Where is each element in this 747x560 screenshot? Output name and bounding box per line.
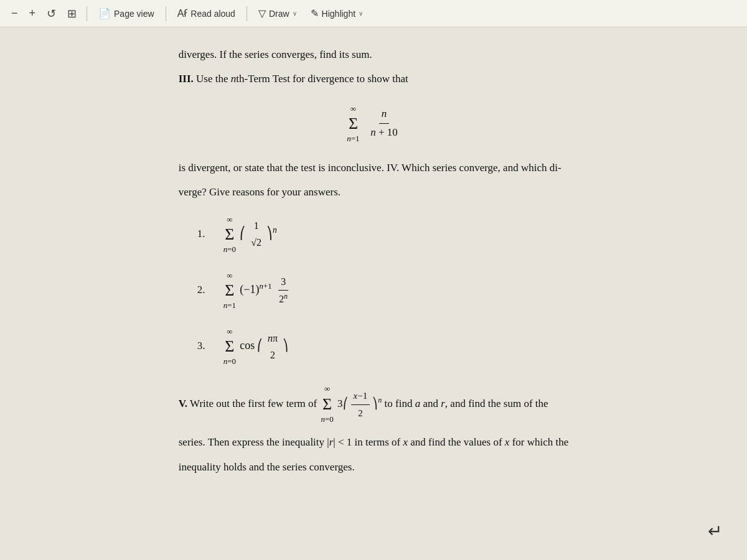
- sigma-top: ∞: [350, 102, 356, 116]
- fit-button[interactable]: ⊞: [63, 4, 80, 23]
- fraction: n n + 10: [368, 105, 400, 142]
- sigma-formula: ∞ Σ n=1 n n + 10: [179, 102, 569, 146]
- section-v: V. Write out the first few term of ∞ Σ n…: [179, 382, 569, 476]
- problem-num-1: 1.: [197, 225, 216, 243]
- page-content: diverges. If the series converges, find …: [179, 46, 569, 541]
- toolbar: − + ↺ ⊞ 📄 Page view Aẜ Read aloud ▽ Draw…: [0, 0, 747, 27]
- list-item: 2. ∞ Σ n=1 (−1)n+1 3 2n: [197, 269, 569, 312]
- line-verge: verge? Give reasons for your answers.: [179, 184, 569, 202]
- page-view-icon: 📄: [98, 7, 111, 19]
- highlight-button[interactable]: ✎ Highlight ∨: [306, 5, 368, 22]
- problem-1-math: ∞ Σ n=0 ⎛ 1 √2 ⎞n: [221, 213, 277, 256]
- line-diverges: diverges. If the series converges, find …: [179, 46, 569, 64]
- page-view-button[interactable]: 📄 Page view: [93, 5, 159, 22]
- content-area: diverges. If the series converges, find …: [0, 27, 747, 560]
- rotate-button[interactable]: ↺: [43, 4, 60, 23]
- draw-chevron: ∨: [293, 10, 297, 17]
- read-aloud-label: Read aloud: [190, 9, 235, 19]
- section-v-line2: series. Then express the inequality |r| …: [179, 433, 569, 452]
- list-item: 1. ∞ Σ n=0 ⎛ 1 √2 ⎞n: [197, 213, 569, 256]
- draw-label: Draw: [269, 9, 289, 19]
- zoom-plus-button[interactable]: +: [26, 4, 40, 22]
- read-aloud-icon: Aẜ: [177, 7, 188, 19]
- highlight-chevron: ∨: [359, 10, 363, 17]
- section-iii-label: III.: [179, 73, 194, 85]
- draw-button[interactable]: ▽ Draw ∨: [253, 5, 302, 22]
- sigma-bot: n=1: [347, 132, 359, 146]
- fraction-numerator: n: [379, 105, 390, 124]
- problem-3-math: ∞ Σ n=0 cos ⎛ nπ 2 ⎞: [221, 325, 288, 368]
- separator-3: [247, 6, 247, 21]
- line-divergent: is divergent, or state that the test is …: [179, 159, 569, 177]
- draw-icon: ▽: [258, 7, 266, 19]
- sigma-sym: Σ: [349, 116, 358, 132]
- fraction-denominator: n + 10: [368, 124, 400, 142]
- section-v-line3: inequality holds and the series converge…: [179, 458, 569, 477]
- p1-sigma: ∞ Σ n=0: [223, 213, 236, 256]
- list-item: 3. ∞ Σ n=0 cos ⎛ nπ 2 ⎞: [197, 325, 569, 368]
- highlight-icon: ✎: [311, 7, 319, 19]
- zoom-minus-button[interactable]: −: [7, 4, 22, 22]
- problem-num-3: 3.: [197, 337, 216, 355]
- sigma-symbol-block: ∞ Σ n=1: [347, 102, 359, 146]
- page-view-label: Page view: [114, 9, 154, 19]
- section-v-label: V.: [179, 398, 187, 409]
- separator-2: [166, 6, 166, 21]
- problem-list: 1. ∞ Σ n=0 ⎛ 1 √2 ⎞n: [197, 213, 569, 369]
- p3-sigma: ∞ Σ n=0: [223, 325, 236, 368]
- sigma-v-block: ∞ Σ n=0 3⎛ x−1 2 ⎞n: [319, 398, 384, 409]
- line-iii: III. Use the nth-Term Test for divergenc…: [179, 70, 569, 88]
- p2-sigma: ∞ Σ n=1: [223, 269, 236, 312]
- read-aloud-button[interactable]: Aẜ Read aloud: [172, 5, 240, 22]
- problem-num-2: 2.: [197, 281, 216, 299]
- separator-1: [87, 6, 87, 21]
- section-v-line1: V. Write out the first few term of ∞ Σ n…: [179, 382, 569, 427]
- problem-2-math: ∞ Σ n=1 (−1)n+1 3 2n: [221, 269, 293, 312]
- highlight-label: Highlight: [322, 9, 355, 19]
